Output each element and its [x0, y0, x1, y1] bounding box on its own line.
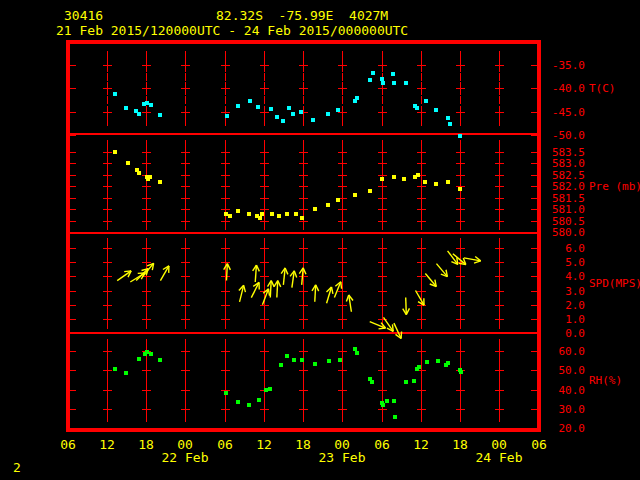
data-point-temperature — [256, 105, 260, 109]
wind-arrow — [379, 328, 386, 329]
data-point-temperature — [124, 106, 128, 110]
data-point-temperature — [381, 81, 385, 85]
wind-arrow — [406, 298, 407, 315]
data-point-humidity — [149, 352, 153, 356]
data-point-humidity — [412, 379, 416, 383]
data-point-pressure — [380, 177, 384, 181]
panel-label-pressure: Pre (mb) — [589, 181, 640, 192]
y-tick-label: 2.0 — [546, 300, 585, 311]
y-tick-label: 3.0 — [546, 286, 585, 297]
data-point-temperature — [458, 134, 462, 138]
data-point-temperature — [291, 112, 295, 116]
data-point-temperature — [392, 81, 396, 85]
data-point-temperature — [391, 72, 395, 76]
data-point-pressure — [228, 214, 232, 218]
y-tick-label: 580.0 — [546, 227, 585, 238]
data-point-humidity — [338, 358, 342, 362]
data-point-humidity — [459, 370, 463, 374]
data-point-pressure — [126, 161, 130, 165]
data-point-temperature — [269, 107, 273, 111]
y-tick-label: 5.0 — [546, 257, 585, 268]
y-tick-label: 20.0 — [546, 423, 585, 434]
y-tick-label: 583.0 — [546, 158, 585, 169]
data-point-humidity — [257, 398, 261, 402]
y-tick-label: 1.0 — [546, 314, 585, 325]
data-point-humidity — [370, 380, 374, 384]
data-overlay — [0, 0, 640, 480]
data-point-pressure — [300, 216, 304, 220]
y-tick-label: -45.0 — [546, 107, 585, 118]
data-point-humidity — [385, 399, 389, 403]
panel-label-humidity: RH(%) — [589, 375, 622, 386]
data-point-humidity — [355, 351, 359, 355]
data-point-humidity — [436, 359, 440, 363]
data-point-pressure — [158, 180, 162, 184]
y-tick-label: 60.0 — [546, 346, 585, 357]
y-tick-label: 40.0 — [546, 385, 585, 396]
wind-arrow — [269, 289, 270, 296]
meteogram-screen: 30416 82.32S -75.99E 4027M 21 Feb 2015/1… — [0, 0, 640, 480]
data-point-pressure — [416, 173, 420, 177]
x-hour-label: 12 — [244, 438, 284, 451]
y-tick-label: 50.0 — [546, 365, 585, 376]
wind-arrow — [474, 261, 481, 263]
data-point-humidity — [417, 365, 421, 369]
data-point-humidity — [285, 354, 289, 358]
data-point-pressure — [402, 177, 406, 181]
data-point-pressure — [277, 214, 281, 218]
data-point-humidity — [268, 387, 272, 391]
data-point-humidity — [300, 358, 304, 362]
data-point-humidity — [425, 360, 429, 364]
data-point-humidity — [224, 391, 228, 395]
data-point-pressure — [353, 193, 357, 197]
data-point-temperature — [149, 103, 153, 107]
wind-arrow — [332, 287, 333, 294]
x-hour-label: 18 — [283, 438, 323, 451]
y-tick-label: -40.0 — [546, 83, 585, 94]
x-hour-label: 06 — [205, 438, 245, 451]
y-tick-label: -35.0 — [546, 60, 585, 71]
data-point-temperature — [326, 112, 330, 116]
y-tick-label: 6.0 — [546, 243, 585, 254]
data-point-humidity — [393, 415, 397, 419]
x-date-label: 22 Feb — [157, 451, 213, 464]
y-tick-label: 582.0 — [546, 181, 585, 192]
data-point-temperature — [158, 113, 162, 117]
data-point-pressure — [247, 212, 251, 216]
y-tick-label: 0.0 — [546, 328, 585, 339]
data-point-temperature — [424, 99, 428, 103]
data-point-humidity — [392, 399, 396, 403]
data-point-pressure — [458, 187, 462, 191]
y-tick-label: -50.0 — [546, 130, 585, 141]
data-point-humidity — [264, 388, 268, 392]
data-point-pressure — [446, 180, 450, 184]
y-tick-label: 581.0 — [546, 204, 585, 215]
data-point-humidity — [381, 403, 385, 407]
y-tick-label: 30.0 — [546, 404, 585, 415]
data-point-humidity — [113, 367, 117, 371]
data-point-humidity — [292, 358, 296, 362]
data-point-pressure — [113, 150, 117, 154]
data-point-humidity — [247, 403, 251, 407]
x-date-label: 23 Feb — [314, 451, 370, 464]
data-point-temperature — [299, 110, 303, 114]
data-point-pressure — [236, 209, 240, 213]
data-point-temperature — [371, 71, 375, 75]
x-hour-label: 06 — [519, 438, 559, 451]
data-point-pressure — [137, 171, 141, 175]
wind-arrow — [346, 295, 348, 302]
data-point-pressure — [423, 180, 427, 184]
data-point-pressure — [368, 189, 372, 193]
data-point-temperature — [225, 114, 229, 118]
wind-arrow — [244, 285, 246, 292]
data-point-temperature — [248, 99, 252, 103]
wind-arrow — [294, 271, 296, 278]
data-point-pressure — [313, 207, 317, 211]
y-tick-label: 4.0 — [546, 271, 585, 282]
x-hour-label: 18 — [126, 438, 166, 451]
page-number: 2 — [13, 461, 21, 474]
data-point-pressure — [285, 212, 289, 216]
data-point-humidity — [236, 400, 240, 404]
data-point-temperature — [355, 96, 359, 100]
panel-label-wind: SPD(MPS) — [589, 278, 640, 289]
